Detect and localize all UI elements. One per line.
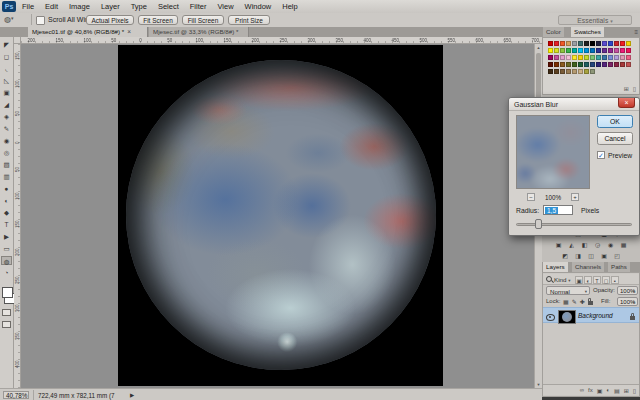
color-swatch[interactable]	[590, 55, 595, 60]
layer-row-background[interactable]: Background	[543, 307, 639, 323]
color-swatch[interactable]	[548, 69, 553, 74]
menu-edit[interactable]: Edit	[45, 2, 58, 11]
menu-type[interactable]: Type	[131, 2, 147, 11]
foreground-color-swatch[interactable]	[2, 287, 13, 298]
tool-move[interactable]: ◤	[1, 40, 12, 49]
lock-position-icon[interactable]: ✚	[580, 298, 585, 305]
workspace-switcher[interactable]: Essentials ▾	[558, 15, 632, 25]
hand-tool-preset[interactable]: ◍▾	[4, 15, 26, 25]
print-size-button[interactable]: Print Size	[228, 15, 270, 25]
color-swatch[interactable]	[590, 62, 595, 67]
color-swatch[interactable]	[560, 48, 565, 53]
color-swatch[interactable]	[614, 62, 619, 67]
tab-channels[interactable]: Channels	[572, 262, 604, 272]
color-swatch[interactable]	[566, 41, 571, 46]
adjustment-icon-1-3[interactable]: ◶	[593, 241, 602, 249]
color-swatch[interactable]	[578, 62, 583, 67]
opacity-select[interactable]: 100% ▾	[617, 286, 638, 295]
color-swatch[interactable]	[554, 41, 559, 46]
color-swatch[interactable]	[560, 55, 565, 60]
adjustment-icon-1-2[interactable]: ◧	[580, 241, 589, 249]
adjustment-layer-icon[interactable]: ◐	[606, 387, 610, 393]
blur-preview-thumbnail[interactable]	[516, 115, 590, 189]
screen-mode-button[interactable]	[2, 321, 11, 328]
menu-image[interactable]: Image	[69, 2, 90, 11]
layer-thumbnail[interactable]	[558, 310, 576, 324]
new-swatch-icon[interactable]: ⊞	[624, 86, 629, 92]
tab-paths[interactable]: Paths	[608, 262, 630, 272]
image-canvas[interactable]	[118, 45, 443, 386]
zoom-out-button[interactable]: −	[527, 193, 535, 201]
color-swatch[interactable]	[554, 55, 559, 60]
actual-pixels-button[interactable]: Actual Pixels	[86, 15, 134, 25]
adjustment-icon-1-4[interactable]: ◉	[606, 241, 615, 249]
layer-name[interactable]: Background	[578, 312, 613, 319]
filter-kind-dropdown[interactable]: Kind ▾	[554, 276, 570, 283]
color-swatch[interactable]	[572, 69, 577, 74]
tool-brush[interactable]: ✎	[1, 124, 12, 133]
fit-screen-button[interactable]: Fit Screen	[138, 15, 178, 25]
color-swatch[interactable]	[578, 69, 583, 74]
color-swatch[interactable]	[584, 62, 589, 67]
color-swatch[interactable]	[626, 55, 631, 60]
color-swatch[interactable]	[590, 41, 595, 46]
menu-view[interactable]: View	[217, 2, 233, 11]
color-swatch[interactable]	[614, 41, 619, 46]
lock-pixels-icon[interactable]: ✎	[572, 298, 577, 305]
tool-dodge[interactable]: ◐	[1, 196, 12, 205]
new-layer-icon[interactable]: ⊞	[624, 387, 629, 394]
color-swatch[interactable]	[572, 62, 577, 67]
adjustment-icon-2-2[interactable]: ◫	[587, 252, 596, 260]
document-tab-2[interactable]: Mjesec.tif @ 33,3% (RGB/8#) *	[149, 27, 249, 37]
color-swatch[interactable]	[566, 48, 571, 53]
ok-button[interactable]: OK	[597, 115, 633, 128]
menu-file[interactable]: File	[22, 2, 34, 11]
menu-select[interactable]: Select	[158, 2, 179, 11]
adjustment-icon-1-5[interactable]: ▦	[619, 241, 628, 249]
color-swatch[interactable]	[626, 48, 631, 53]
tool-clone-stamp[interactable]: ◉	[1, 136, 12, 145]
color-swatch[interactable]	[578, 48, 583, 53]
menu-window[interactable]: Window	[245, 2, 272, 11]
color-swatch[interactable]	[548, 41, 553, 46]
panel-menu-icon[interactable]: ≡	[634, 29, 638, 35]
color-swatch[interactable]	[548, 55, 553, 60]
color-swatch[interactable]	[608, 48, 613, 53]
lock-transparency-icon[interactable]: ▦	[563, 298, 569, 305]
color-swatch[interactable]	[584, 48, 589, 53]
tool-healing-brush[interactable]: ◈	[1, 112, 12, 121]
cancel-button[interactable]: Cancel	[597, 132, 633, 145]
color-swatch[interactable]	[608, 55, 613, 60]
tool-hand[interactable]: ◍	[1, 256, 12, 265]
filter-smart-objects-icon[interactable]: ▪	[611, 276, 619, 284]
adjustment-icon-2-1[interactable]: ◨	[574, 252, 583, 260]
color-swatch[interactable]	[584, 41, 589, 46]
status-menu-arrow-icon[interactable]: ▶	[130, 392, 134, 398]
layer-mask-icon[interactable]: ▣	[597, 387, 603, 394]
color-swatch[interactable]	[620, 48, 625, 53]
color-swatch[interactable]	[554, 48, 559, 53]
layer-visibility-eye-icon[interactable]	[546, 314, 555, 321]
color-swatch[interactable]	[602, 55, 607, 60]
zoom-level-field[interactable]: 40,78%	[3, 391, 29, 399]
color-swatch[interactable]	[554, 69, 559, 74]
tool-history-brush[interactable]: ◎	[1, 148, 12, 157]
color-swatch[interactable]	[620, 62, 625, 67]
color-swatch[interactable]	[596, 41, 601, 46]
dialog-title-bar[interactable]: Gaussian Blur ×	[509, 98, 639, 111]
tool-crop[interactable]: ▣	[1, 88, 12, 97]
color-swatch[interactable]	[590, 69, 595, 74]
radius-input[interactable]: 1,5	[543, 205, 573, 215]
link-layers-icon[interactable]: ∞	[580, 387, 584, 393]
color-swatch[interactable]	[584, 55, 589, 60]
color-swatch[interactable]	[578, 55, 583, 60]
color-swatch[interactable]	[566, 55, 571, 60]
filter-pixel-layers-icon[interactable]: ▣	[575, 276, 583, 284]
tool-zoom[interactable]: ◔	[1, 268, 12, 277]
menu-filter[interactable]: Filter	[190, 2, 207, 11]
close-icon[interactable]: ×	[618, 98, 635, 108]
menu-help[interactable]: Help	[282, 2, 297, 11]
scroll-all-windows-checkbox[interactable]	[36, 16, 45, 25]
color-swatch[interactable]	[548, 48, 553, 53]
radius-slider-thumb[interactable]	[535, 219, 542, 229]
